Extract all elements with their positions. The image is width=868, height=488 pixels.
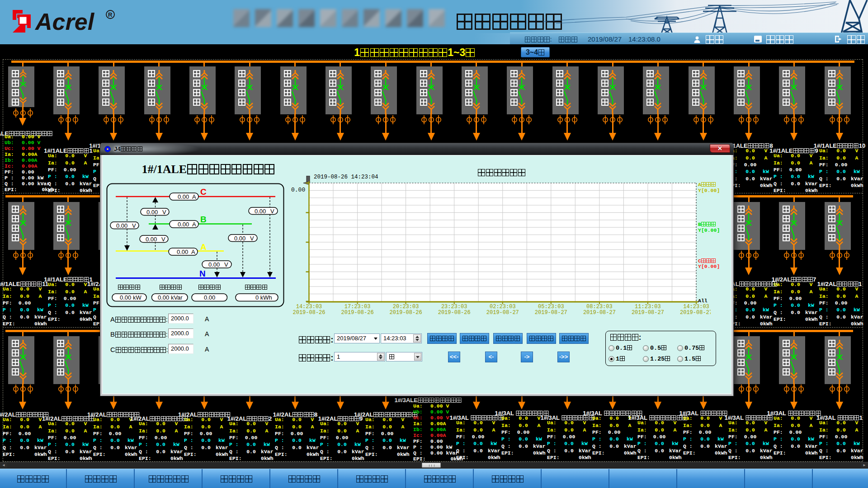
svg-text:0.00: 0.00 <box>177 249 188 255</box>
svg-text:0.00 kVar: 0.00 kVar <box>158 294 183 301</box>
svg-text:A: A <box>192 221 196 228</box>
svg-text:0.00: 0.00 <box>204 294 215 301</box>
svg-text:0.00: 0.00 <box>255 208 266 215</box>
svg-text:08:23:03: 08:23:03 <box>586 304 613 310</box>
svg-text:0.00 kW: 0.00 kW <box>120 294 142 301</box>
svg-text:23:23:03: 23:23:03 <box>441 304 467 310</box>
svg-text:0.00: 0.00 <box>116 222 127 229</box>
svg-text:2019-08-27: 2019-08-27 <box>680 310 711 316</box>
svg-text:2019-08-26: 2019-08-26 <box>438 310 471 316</box>
svg-text:V: V <box>132 222 136 229</box>
svg-text:V: V <box>270 208 274 215</box>
svg-text:2019-08-27: 2019-08-27 <box>583 310 616 316</box>
svg-text:2019-08-27: 2019-08-27 <box>632 310 664 316</box>
svg-text:V: V <box>224 261 228 268</box>
svg-text:0.00: 0.00 <box>178 221 189 228</box>
svg-text:0.00: 0.00 <box>234 235 245 242</box>
svg-text:0.00: 0.00 <box>178 193 189 200</box>
svg-text:A: A <box>191 249 195 255</box>
svg-text:Acrel: Acrel <box>34 9 95 35</box>
svg-text:2019-08-26: 2019-08-26 <box>341 310 374 316</box>
svg-text:V: V <box>161 236 165 243</box>
svg-text:11:23:03: 11:23:03 <box>635 304 661 310</box>
svg-text:C: C <box>200 187 207 197</box>
svg-text:14:23:03: 14:23:03 <box>683 304 709 310</box>
svg-text:2019-08-27: 2019-08-27 <box>535 310 567 316</box>
svg-text:0 kWh: 0 kWh <box>255 294 272 301</box>
svg-text:2019-08-26: 2019-08-26 <box>390 310 422 316</box>
svg-text:02:23:03: 02:23:03 <box>490 304 516 310</box>
svg-text:V: V <box>162 209 166 216</box>
svg-text:A: A <box>200 242 207 252</box>
svg-text:0.00: 0.00 <box>146 236 157 243</box>
svg-text:2019-08-26: 2019-08-26 <box>292 310 325 316</box>
svg-text:20:23:03: 20:23:03 <box>393 304 419 310</box>
svg-text:2019-08-27: 2019-08-27 <box>486 310 519 316</box>
svg-text:B: B <box>200 215 207 224</box>
svg-text:05:23:03: 05:23:03 <box>538 304 564 310</box>
svg-text:0.00: 0.00 <box>208 261 220 268</box>
svg-text:A: A <box>192 193 196 200</box>
svg-text:R: R <box>108 11 113 18</box>
svg-text:14:23:03: 14:23:03 <box>296 304 322 310</box>
svg-text:N: N <box>199 269 206 278</box>
svg-text:0.00: 0.00 <box>146 209 158 216</box>
svg-text:17:23:03: 17:23:03 <box>344 304 371 310</box>
svg-text:V: V <box>250 235 254 242</box>
